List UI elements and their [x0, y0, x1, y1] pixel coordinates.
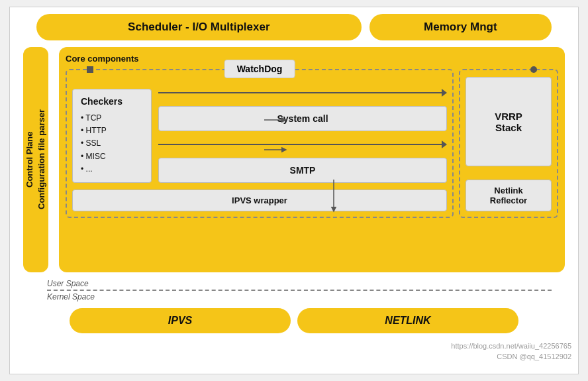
core-area: Core components WatchDog: [59, 47, 565, 272]
diagram-container: Scheduler - I/O Multiplexer Memory Mngt …: [9, 7, 579, 374]
netlink-bottom-box: NETLINK: [297, 308, 518, 333]
netlink-reflector-row: Netlink Reflector: [466, 173, 552, 211]
scheduler-label: Scheduler - I/O Multiplexer: [128, 21, 270, 33]
arrow-head-2: [442, 140, 447, 148]
arrow-row-1: [158, 89, 447, 97]
watermark: https://blog.csdn.net/waiiu_42256765 CSD…: [451, 341, 571, 362]
arrow-head-1: [442, 89, 447, 97]
main-area: Control PlaneConfiguration file parser C…: [17, 47, 571, 272]
list-item: HTTP: [81, 125, 143, 137]
watermark-line2: CSDN @qq_41512902: [451, 352, 571, 362]
scheduler-box: Scheduler - I/O Multiplexer: [36, 14, 362, 40]
kernel-space-label: Kernel Space: [47, 292, 552, 301]
user-space-label: User Space: [47, 279, 552, 288]
watermark-line1: https://blog.csdn.net/waiiu_42256765: [451, 341, 571, 351]
memory-box: Memory Mngt: [369, 14, 552, 40]
connector-dot-right: [530, 66, 537, 73]
arrow-line-2: [158, 144, 442, 145]
bottom-outer-row: IPVS NETLINK: [17, 308, 571, 333]
checkers-list: TCP HTTP SSL MISC ...: [81, 112, 143, 176]
ipvs-wrapper-row: IPVS wrapper: [72, 190, 447, 211]
arrow-line-1: [158, 92, 442, 93]
left-sidebar: Control PlaneConfiguration file parser: [23, 47, 48, 272]
core-label: Core components: [66, 54, 558, 64]
checkers-title: Checkers: [81, 96, 143, 107]
right-dashed-box: VRRP Stack Netlink Reflector: [459, 69, 558, 218]
vrrp-box: VRRP Stack: [466, 77, 552, 166]
middle-col: System call SMTP: [158, 89, 447, 183]
checkers-box: Checkers TCP HTTP SSL MISC ...: [72, 89, 152, 183]
ipvs-bottom-box: IPVS: [70, 308, 291, 333]
netlink-reflector-box: Netlink Reflector: [466, 180, 552, 211]
top-row: Scheduler - I/O Multiplexer Memory Mngt: [17, 14, 571, 40]
arrow-row-2: [158, 140, 447, 148]
list-item: ...: [81, 163, 143, 176]
list-item: MISC: [81, 150, 143, 163]
memory-label: Memory Mngt: [424, 21, 497, 33]
left-dashed-box: WatchDog Checkers TCP HTTP S: [66, 69, 454, 218]
list-item: SSL: [81, 137, 143, 150]
inner-content-row: Checkers TCP HTTP SSL MISC ...: [72, 89, 447, 183]
watchdog-box: WatchDog: [224, 60, 295, 78]
ipvs-wrapper-box: IPVS wrapper: [72, 190, 447, 211]
sidebar-label: Control PlaneConfiguration file parser: [24, 110, 48, 210]
dashed-line: [47, 290, 552, 291]
system-call-box: System call: [158, 106, 447, 131]
connector-dot-left: [87, 66, 93, 73]
space-divider: User Space Kernel Space: [47, 279, 552, 301]
inner-layout: WatchDog Checkers TCP HTTP S: [66, 69, 558, 218]
list-item: TCP: [81, 112, 143, 125]
smtp-box: SMTP: [158, 158, 447, 183]
